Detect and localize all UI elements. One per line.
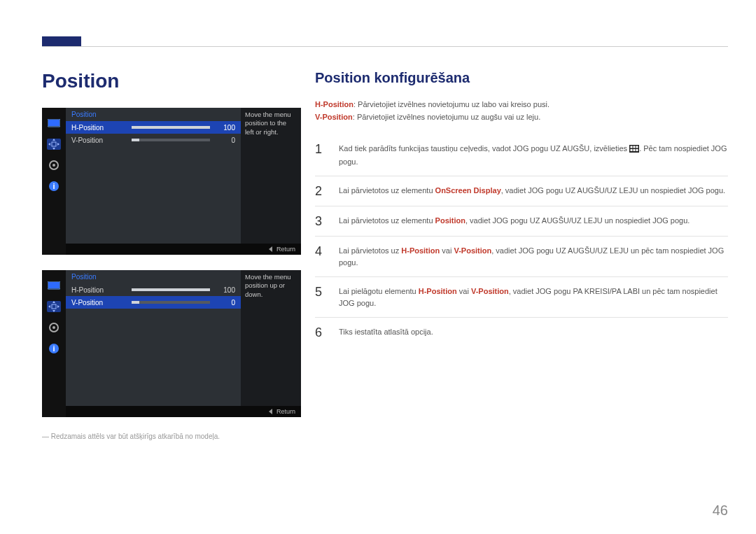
osd-help: Move the menu position to the left or ri… <box>241 108 301 244</box>
step-text: Lai pārvietotos uz elementu OnScreen Dis… <box>339 185 728 197</box>
svg-text:i: i <box>52 182 55 190</box>
svg-marker-4 <box>48 143 50 146</box>
osd-help: Move the menu position up or down. <box>241 270 301 406</box>
osd-slider <box>132 288 210 291</box>
osd-slider <box>132 126 210 129</box>
step-number: 6 <box>315 326 326 339</box>
page-title: Position <box>42 70 301 92</box>
step-text: Lai pārvietotos uz H-Position vai V-Posi… <box>339 245 728 268</box>
osd-move-icon <box>47 301 61 312</box>
osd-main: Position H-Position 100 V-Position 0 <box>66 270 241 406</box>
svg-rect-23 <box>631 146 633 148</box>
osd-row-v-position: V-Position 0 <box>66 296 241 309</box>
svg-rect-27 <box>634 149 636 151</box>
step-number: 4 <box>315 245 326 258</box>
header-marker <box>42 36 81 46</box>
description: H-Position: Pārvietojiet izvēlnes noviet… <box>315 99 728 123</box>
back-icon <box>269 409 272 414</box>
osd-footer: Return <box>66 244 301 255</box>
svg-rect-6 <box>52 142 56 146</box>
section-heading: Position konfigurēšana <box>315 70 728 86</box>
step-number: 1 <box>315 143 326 155</box>
osd-move-icon <box>47 139 61 150</box>
left-column: Position i Position H-Position 100 V-Pos… <box>42 70 301 440</box>
info-icon: i <box>47 343 61 354</box>
step-number: 3 <box>315 215 326 227</box>
osd-row-v-position: V-Position 0 <box>66 134 241 146</box>
step-text: Tiks iestatīta atlasītā opcija. <box>339 326 728 338</box>
osd-slider <box>132 301 210 304</box>
footnote: Redzamais attēls var būt atšķirīgs atkar… <box>42 433 301 440</box>
gear-icon <box>47 160 61 171</box>
osd-row-label: H-Position <box>71 286 126 294</box>
return-label: Return <box>276 408 295 415</box>
svg-rect-25 <box>636 146 638 148</box>
svg-marker-16 <box>57 305 59 308</box>
svg-marker-14 <box>52 310 55 312</box>
osd-row-h-position: H-Position 100 <box>66 121 241 134</box>
osd-row-label: V-Position <box>71 299 126 307</box>
svg-marker-15 <box>48 305 50 308</box>
osd-row-h-position: H-Position 100 <box>66 283 241 296</box>
v-position-label: V-Position <box>315 113 353 121</box>
right-column: Position konfigurēšana H-Position: Pārvi… <box>315 70 728 347</box>
osd-sidebar: i <box>42 108 66 255</box>
step-text: Lai pārvietotos uz elementu Position, va… <box>339 215 728 227</box>
osd-row-value: 0 <box>216 299 235 307</box>
osd-slider <box>132 139 210 141</box>
back-icon <box>269 246 272 252</box>
svg-rect-17 <box>52 304 56 309</box>
osd-screenshot-2: i Position H-Position 100 V-Position 0 M… <box>42 270 301 417</box>
osd-row-value: 0 <box>216 136 235 144</box>
v-position-text: : Pārvietojiet izvēlnes novietojumu uz a… <box>353 113 540 121</box>
osd-footer: Return <box>66 406 301 417</box>
svg-rect-28 <box>636 149 638 151</box>
osd-row-label: V-Position <box>71 136 126 144</box>
svg-rect-12 <box>48 282 59 288</box>
osd-sidebar: i <box>42 270 66 417</box>
osd-title: Position <box>66 108 241 121</box>
svg-marker-5 <box>57 143 59 146</box>
svg-marker-3 <box>52 148 55 150</box>
page-number: 46 <box>713 503 728 519</box>
info-icon: i <box>47 181 61 192</box>
osd-row-value: 100 <box>216 286 235 294</box>
svg-rect-26 <box>631 149 633 151</box>
step-6: 6 Tiks iestatīta atlasītā opcija. <box>315 318 728 347</box>
step-3: 3 Lai pārvietotos uz elementu Position, … <box>315 206 728 237</box>
header-rule <box>42 46 728 47</box>
return-label: Return <box>276 246 295 253</box>
step-number: 2 <box>315 185 326 197</box>
step-4: 4 Lai pārvietotos uz H-Position vai V-Po… <box>315 237 728 277</box>
step-text: Kad tiek parādīts funkcijas taustiņu ceļ… <box>339 143 728 167</box>
step-2: 2 Lai pārvietotos uz elementu OnScreen D… <box>315 176 728 206</box>
gear-icon <box>47 322 61 333</box>
step-5: 5 Lai pielāgotu elementu H-Position vai … <box>315 277 728 318</box>
osd-main: Position H-Position 100 V-Position 0 <box>66 108 241 244</box>
svg-point-8 <box>52 164 55 167</box>
osd-screenshot-1: i Position H-Position 100 V-Position 0 M… <box>42 108 301 255</box>
picture-icon <box>47 280 61 291</box>
svg-rect-24 <box>634 146 636 148</box>
svg-marker-2 <box>52 139 55 141</box>
osd-title: Position <box>66 270 241 283</box>
svg-marker-13 <box>52 301 55 303</box>
svg-rect-1 <box>48 120 59 126</box>
osd-row-value: 100 <box>216 124 235 132</box>
svg-point-19 <box>52 326 55 329</box>
h-position-label: H-Position <box>315 100 354 108</box>
osd-row-label: H-Position <box>71 124 126 132</box>
step-number: 5 <box>315 286 326 298</box>
step-1: 1 Kad tiek parādīts funkcijas taustiņu c… <box>315 134 728 176</box>
picture-icon <box>47 118 61 129</box>
menu-grid-icon <box>629 144 639 156</box>
step-text: Lai pielāgotu elementu H-Position vai V-… <box>339 286 728 309</box>
svg-text:i: i <box>52 344 55 353</box>
h-position-text: : Pārvietojiet izvēlnes novietojumu uz l… <box>354 100 550 108</box>
steps-list: 1 Kad tiek parādīts funkcijas taustiņu c… <box>315 134 728 347</box>
